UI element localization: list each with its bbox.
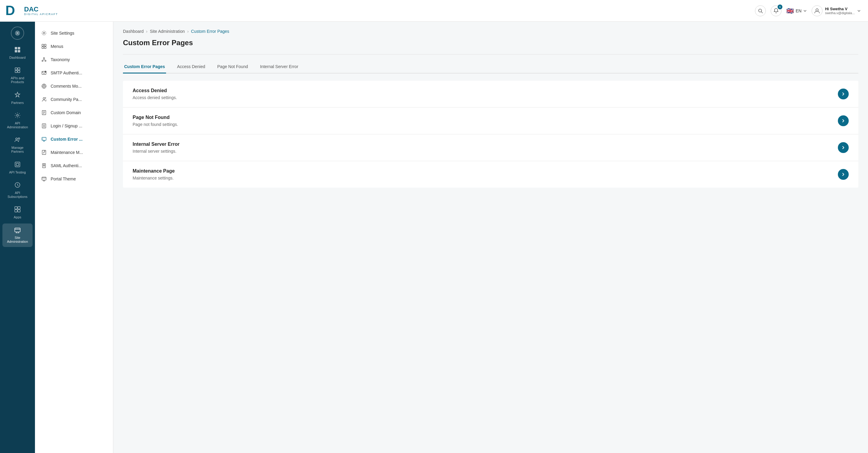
search-button[interactable] <box>755 5 766 16</box>
error-card-access-denied-title: Access Denied <box>133 88 177 93</box>
user-menu[interactable]: Hi Swetha V swetha.v@digitala... <box>812 5 861 16</box>
user-chevron-icon <box>857 9 861 13</box>
sec-menu-custom-error[interactable]: Custom Error ... <box>35 132 113 146</box>
sidebar-item-apps[interactable]: Apps <box>2 203 33 222</box>
smtp-icon: ! <box>41 70 47 76</box>
error-card-page-not-found[interactable]: Page Not Found Page not found settings. <box>123 107 858 134</box>
error-card-internal-server[interactable]: Internal Server Error Internal server se… <box>123 134 858 161</box>
sec-menu-taxonomy[interactable]: Taxonomy <box>35 53 113 66</box>
error-card-maintenance[interactable]: Maintenance Page Maintenance settings. <box>123 161 858 188</box>
user-email: swetha.v@digitala... <box>825 11 855 15</box>
notification-icon <box>773 8 779 13</box>
svg-rect-12 <box>15 68 17 70</box>
svg-text:!: ! <box>45 71 45 73</box>
apps-svg <box>14 206 21 213</box>
sidebar-label-apps: Apps <box>13 215 21 219</box>
site-settings-icon <box>41 30 47 36</box>
svg-point-39 <box>43 58 44 59</box>
sec-label-community: Community Pa... <box>51 97 82 102</box>
error-card-page-not-found-info: Page Not Found Page not found settings. <box>133 115 178 127</box>
sec-menu-custom-domain[interactable]: Custom Domain <box>35 106 113 119</box>
sec-menu-saml[interactable]: SAML Authenti... <box>35 159 113 172</box>
manage-partners-svg <box>14 136 21 143</box>
api-subscriptions-svg <box>14 182 21 188</box>
custom-error-icon <box>41 136 47 142</box>
svg-rect-20 <box>15 162 20 167</box>
sec-label-site-settings: Site Settings <box>51 31 74 36</box>
sec-menu-site-settings[interactable]: Site Settings <box>35 27 113 40</box>
sec-label-portal-theme: Portal Theme <box>51 176 76 181</box>
site-admin-icon <box>14 226 21 235</box>
sidebar-item-manage-partners[interactable]: Manage Partners <box>2 133 33 157</box>
sec-menu-community[interactable]: Community Pa... <box>35 93 113 106</box>
sec-label-maintenance: Maintenance M... <box>51 150 83 155</box>
internal-server-chevron-button[interactable] <box>838 142 849 153</box>
svg-point-54 <box>43 98 45 99</box>
maintenance-chevron-button[interactable] <box>838 169 849 180</box>
breadcrumb-sep-1: › <box>146 29 148 34</box>
svg-point-74 <box>44 165 44 166</box>
api-admin-svg <box>14 112 21 119</box>
custom-domain-icon <box>41 110 47 116</box>
top-header: D DAC DIGITAL APICRAFT 6 🇬🇧 EN <box>0 0 868 22</box>
sec-menu-smtp[interactable]: ! SMTP Authenti... <box>35 66 113 79</box>
dashboard-icon <box>14 46 21 55</box>
search-icon <box>758 8 763 13</box>
svg-rect-35 <box>42 44 44 46</box>
sec-label-taxonomy: Taxonomy <box>51 57 70 62</box>
sidebar-label-api-testing: API Testing <box>9 170 26 174</box>
page-title: Custom Error Pages <box>123 38 858 47</box>
chevron-right-icon <box>841 119 845 123</box>
sidebar-item-api-admin[interactable]: API Administration <box>2 109 33 132</box>
sidebar-item-api-subscriptions[interactable]: API Subscriptions <box>2 179 33 202</box>
user-icon <box>814 8 820 14</box>
svg-point-68 <box>42 139 43 140</box>
tab-custom-error-pages[interactable]: Custom Error Pages <box>123 61 166 73</box>
header-actions: 6 🇬🇧 EN Hi Swetha V swetha.v@digitala... <box>755 5 861 16</box>
chevron-right-icon <box>841 172 845 176</box>
apis-icon <box>14 67 21 75</box>
svg-rect-26 <box>18 206 20 209</box>
sec-menu-menus[interactable]: Menus <box>35 40 113 53</box>
flag-icon: 🇬🇧 <box>786 7 794 14</box>
error-card-page-not-found-desc: Page not found settings. <box>133 122 178 127</box>
breadcrumb-sep-2: › <box>187 29 189 34</box>
breadcrumb-site-admin[interactable]: Site Administration <box>150 29 185 34</box>
sec-menu-login-signup[interactable]: Login / Signup ... <box>35 119 113 132</box>
sidebar-item-partners[interactable]: Partners <box>2 89 33 108</box>
portal-theme-icon <box>41 176 47 182</box>
sec-menu-portal-theme[interactable]: Portal Theme <box>35 172 113 186</box>
svg-line-43 <box>42 60 44 60</box>
language-selector[interactable]: 🇬🇧 EN <box>786 7 807 14</box>
svg-rect-36 <box>44 44 46 46</box>
notification-button[interactable]: 6 <box>771 5 781 16</box>
sidebar-item-site-admin[interactable]: Site Administration <box>2 224 33 247</box>
sidebar-item-apis[interactable]: APIs and Products <box>2 64 33 87</box>
sidebar-label-dashboard: Dashboard <box>9 56 26 60</box>
partners-svg <box>14 92 21 98</box>
svg-rect-38 <box>44 47 46 48</box>
error-card-internal-server-info: Internal Server Error Internal server se… <box>133 141 180 154</box>
access-denied-chevron-button[interactable] <box>838 89 849 99</box>
svg-point-55 <box>45 98 46 98</box>
sidebar-item-dashboard[interactable]: Dashboard <box>2 43 33 63</box>
sidebar-label-api-admin: API Administration <box>5 121 30 129</box>
svg-text:D: D <box>5 3 15 18</box>
tab-internal-server-error[interactable]: Internal Server Error <box>259 61 300 73</box>
breadcrumb-dashboard[interactable]: Dashboard <box>123 29 144 34</box>
logo: D DAC DIGITAL APICRAFT <box>5 2 58 19</box>
error-card-access-denied-info: Access Denied Access denied settings. <box>133 88 177 100</box>
tab-access-denied[interactable]: Access Denied <box>176 61 206 73</box>
tab-page-not-found[interactable]: Page Not Found <box>216 61 249 73</box>
error-card-access-denied[interactable]: Access Denied Access denied settings. <box>123 81 858 107</box>
sec-menu-maintenance[interactable]: Maintenance M... <box>35 146 113 159</box>
sidebar-item-api-testing[interactable]: API Testing <box>2 158 33 177</box>
page-not-found-chevron-button[interactable] <box>838 116 849 126</box>
menu-toggle-button[interactable] <box>11 27 24 40</box>
sec-menu-comments[interactable]: Comments Mo... <box>35 79 113 93</box>
svg-line-44 <box>44 60 45 60</box>
menus-icon <box>41 43 47 50</box>
apps-icon <box>14 206 21 214</box>
site-admin-svg <box>14 226 21 233</box>
svg-rect-11 <box>18 50 20 53</box>
